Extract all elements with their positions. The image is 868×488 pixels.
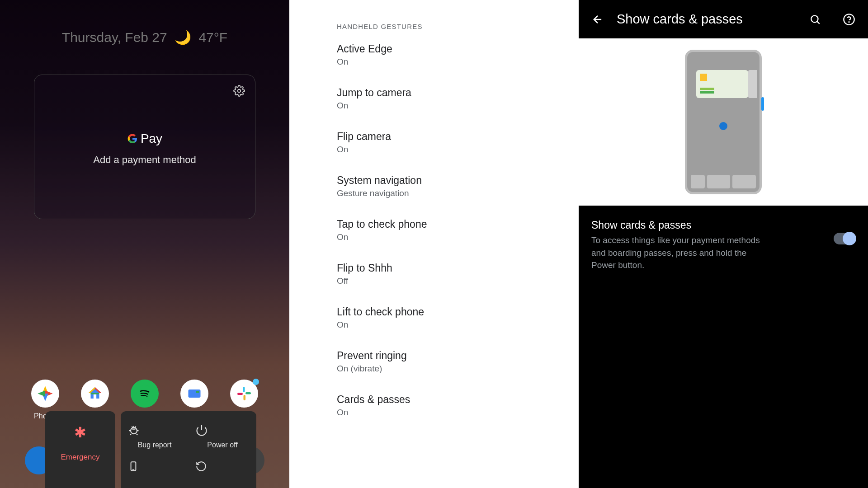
cards-passes-toggle-row[interactable]: Show cards & passes To access things lik… xyxy=(579,206,868,285)
setting-title: Lift to check phone xyxy=(337,306,561,318)
gear-icon[interactable] xyxy=(233,85,245,97)
setting-title: Flip to Shhh xyxy=(337,262,561,274)
svg-rect-7 xyxy=(237,393,243,395)
gestures-settings-panel: HANDHELD GESTURES Active EdgeOnJump to c… xyxy=(289,0,579,488)
setting-item[interactable]: Jump to cameraOn xyxy=(337,87,561,111)
screenshot-icon xyxy=(127,460,182,472)
mock-card-2 xyxy=(748,70,757,98)
mock-nav xyxy=(691,175,756,188)
setting-title: Prevent ringing xyxy=(337,350,561,362)
setting-sub: Gesture navigation xyxy=(337,188,561,198)
gpay-card[interactable]: Pay Add a payment method xyxy=(34,75,255,219)
screenshot-button[interactable] xyxy=(127,460,182,477)
svg-point-11 xyxy=(811,15,818,22)
setting-item[interactable]: Prevent ringingOn (vibrate) xyxy=(337,350,561,374)
setting-item[interactable]: Tap to check phoneOn xyxy=(337,218,561,242)
setting-title: Jump to camera xyxy=(337,87,561,99)
gpay-subtitle: Add a payment method xyxy=(34,154,255,166)
restart-button[interactable] xyxy=(195,460,250,477)
temperature-text: 47°F xyxy=(198,30,227,45)
date-text: Thursday, Feb 27 xyxy=(62,30,167,45)
setting-sub: On xyxy=(337,57,561,67)
setting-item[interactable]: System navigationGesture navigation xyxy=(337,174,561,198)
setting-item[interactable]: Flip cameraOn xyxy=(337,131,561,155)
toggle-knob xyxy=(843,232,856,245)
skit-icon xyxy=(180,380,208,408)
svg-rect-4 xyxy=(243,387,245,392)
restart-icon xyxy=(195,460,250,472)
power-off-label: Power off xyxy=(195,441,250,449)
gpay-content: Pay Add a payment method xyxy=(34,131,255,166)
bug-report-button[interactable]: Bug report xyxy=(127,424,182,449)
page-title: Show cards & passes xyxy=(617,12,797,27)
photos-icon xyxy=(31,380,59,408)
bug-icon xyxy=(127,424,182,436)
setting-sub: On xyxy=(337,101,561,111)
power-options-card: Bug report Power off xyxy=(121,411,256,488)
mock-card xyxy=(696,70,748,98)
panel3-header: Show cards & passes xyxy=(579,0,868,38)
setting-sub: On xyxy=(337,145,561,155)
setting-sub: Off xyxy=(337,276,561,286)
notification-badge xyxy=(253,379,259,385)
setting-sub: On xyxy=(337,320,561,330)
svg-point-0 xyxy=(238,89,241,93)
svg-line-12 xyxy=(817,21,819,23)
setting-item[interactable]: Flip to ShhhOff xyxy=(337,262,561,286)
setting-title: System navigation xyxy=(337,174,561,187)
section-header: HANDHELD GESTURES xyxy=(337,23,561,30)
setting-sub: On (vibrate) xyxy=(337,364,561,374)
emergency-label: Emergency xyxy=(45,453,115,462)
svg-rect-5 xyxy=(245,392,251,394)
svg-rect-3 xyxy=(196,391,199,393)
emergency-card[interactable]: ✱ Emergency xyxy=(45,411,115,488)
setting-sub: On xyxy=(337,408,561,418)
mock-power-button xyxy=(761,97,764,111)
slack-icon xyxy=(230,380,258,408)
lock-screen-panel: Thursday, Feb 27 🌙 47°F Pay Add a paymen… xyxy=(0,0,289,488)
emergency-icon: ✱ xyxy=(45,424,115,441)
setting-item[interactable]: Active EdgeOn xyxy=(337,43,561,67)
back-icon[interactable] xyxy=(591,13,604,26)
svg-point-14 xyxy=(849,22,849,22)
home-icon xyxy=(81,380,109,408)
setting-title: Show cards & passes xyxy=(591,219,825,231)
setting-sub: On xyxy=(337,232,561,242)
moon-icon: 🌙 xyxy=(175,29,191,45)
toggle-switch[interactable] xyxy=(834,233,855,244)
bug-report-label: Bug report xyxy=(127,441,182,449)
setting-item[interactable]: Cards & passesOn xyxy=(337,394,561,418)
cards-passes-panel: Show cards & passes Show cards & passes … xyxy=(579,0,868,488)
svg-point-8 xyxy=(131,427,137,434)
help-icon[interactable] xyxy=(843,13,855,26)
power-menu: ✱ Emergency Bug report Power off xyxy=(45,411,256,488)
setting-title: Active Edge xyxy=(337,43,561,55)
phone-mockup xyxy=(685,50,762,194)
setting-title: Tap to check phone xyxy=(337,218,561,230)
svg-rect-6 xyxy=(244,395,246,400)
date-weather-row: Thursday, Feb 27 🌙 47°F xyxy=(0,29,289,45)
setting-title: Flip camera xyxy=(337,131,561,143)
svg-rect-2 xyxy=(189,389,201,398)
illustration-area xyxy=(579,38,868,206)
setting-item[interactable]: Lift to check phoneOn xyxy=(337,306,561,330)
setting-description: To access things like your payment metho… xyxy=(591,234,772,272)
mock-dot xyxy=(719,122,727,130)
gpay-logo: Pay xyxy=(127,131,162,146)
search-icon[interactable] xyxy=(809,14,821,25)
settings-list: Active EdgeOnJump to cameraOnFlip camera… xyxy=(337,43,561,418)
setting-title: Cards & passes xyxy=(337,394,561,406)
gpay-brand-text: Pay xyxy=(141,131,162,146)
power-icon xyxy=(195,424,250,436)
spotify-icon xyxy=(131,380,159,408)
power-off-button[interactable]: Power off xyxy=(195,424,250,449)
